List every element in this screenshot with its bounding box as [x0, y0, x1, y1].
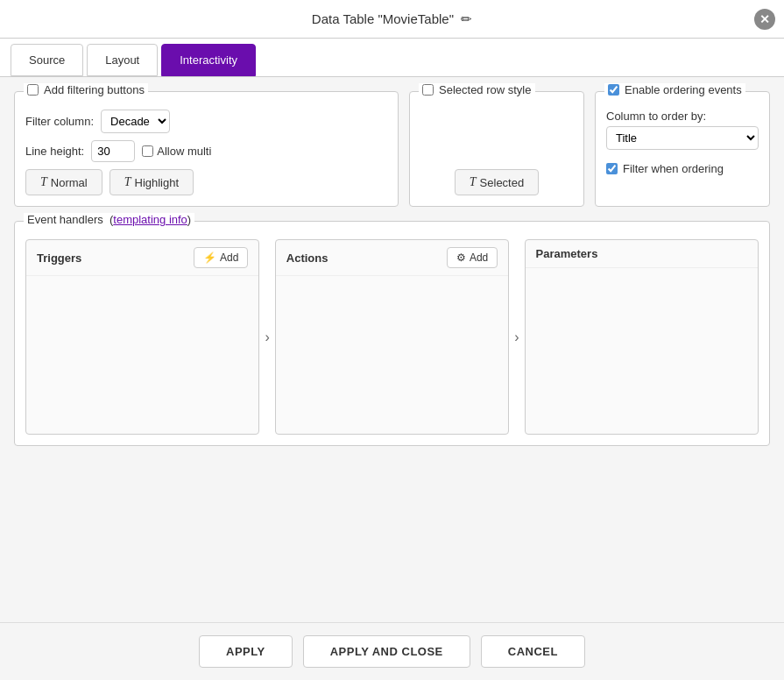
dialog-title: Data Table "MovieTable" ✏ — [312, 11, 472, 27]
parameters-body — [526, 268, 758, 426]
line-height-label: Line height: — [25, 145, 84, 158]
triggers-title: Triggers — [37, 251, 81, 265]
triggers-arrow: › — [259, 329, 274, 345]
cancel-button[interactable]: CANCEL — [481, 635, 585, 668]
parameters-header: Parameters — [526, 240, 758, 268]
tab-interactivity[interactable]: Interactivity — [161, 44, 256, 76]
apply-button[interactable]: APPLY — [199, 635, 293, 668]
tab-bar: Source Layout Interactivity — [0, 39, 784, 77]
highlight-style-button[interactable]: T Highlight — [109, 169, 194, 195]
t-icon-normal: T — [40, 175, 47, 189]
selected-panel: Selected row style T Selected — [409, 91, 584, 207]
add-filtering-checkbox[interactable] — [27, 84, 39, 96]
t-icon-highlight: T — [124, 175, 131, 189]
parameters-col: Parameters — [525, 239, 759, 435]
templating-info-link[interactable]: templating info — [113, 213, 187, 226]
filter-col-label: Filter column: — [25, 115, 94, 128]
enable-ordering-checkbox[interactable] — [608, 84, 619, 96]
style-buttons: T Normal T Highlight — [25, 169, 387, 195]
actions-title: Actions — [286, 251, 328, 265]
filter-when-ordering-checkbox[interactable] — [606, 163, 618, 174]
add-action-icon: ⚙ — [456, 251, 466, 264]
filter-col-row: Filter column: Decade — [25, 110, 387, 133]
line-height-input[interactable] — [91, 140, 135, 162]
normal-style-button[interactable]: T Normal — [25, 169, 102, 195]
filter-panel: Add filtering buttons Filter column: Dec… — [14, 91, 399, 207]
panels-row: Add filtering buttons Filter column: Dec… — [14, 91, 770, 207]
main-content: Add filtering buttons Filter column: Dec… — [0, 77, 784, 622]
add-trigger-icon: ⚡ — [203, 251, 216, 264]
triggers-header: Triggers ⚡ Add — [26, 240, 258, 276]
ordering-legend: Enable ordering events — [604, 83, 745, 96]
add-action-button[interactable]: ⚙ Add — [447, 247, 498, 268]
parameters-title: Parameters — [536, 247, 598, 260]
selected-legend: Selected row style — [419, 83, 535, 96]
filter-ordering-row: Filter when ordering — [606, 162, 759, 175]
title-bar: Data Table "MovieTable" ✏ ✕ — [0, 0, 784, 39]
event-handlers-panel: Event handlers (templating info) Trigger… — [14, 221, 770, 446]
actions-body — [276, 276, 508, 434]
col-to-order-select[interactable]: Title Year Decade Genre — [606, 126, 759, 150]
footer: APPLY APPLY AND CLOSE CANCEL — [0, 622, 784, 680]
filter-legend: Add filtering buttons — [24, 83, 148, 96]
triggers-col: Triggers ⚡ Add — [25, 239, 259, 435]
selected-row-style-checkbox[interactable] — [422, 84, 434, 96]
allow-multi-label: Allow multi — [142, 145, 211, 158]
line-height-row: Line height: Allow multi — [25, 140, 387, 162]
filter-col-select[interactable]: Decade — [101, 110, 170, 133]
actions-arrow: › — [509, 329, 524, 345]
allow-multi-checkbox[interactable] — [142, 145, 153, 157]
actions-col: Actions ⚙ Add — [275, 239, 509, 435]
edit-icon[interactable]: ✏ — [461, 11, 472, 26]
ordering-panel: Enable ordering events Column to order b… — [595, 91, 770, 207]
add-trigger-button[interactable]: ⚡ Add — [194, 247, 248, 268]
triggers-body — [26, 276, 258, 434]
tab-layout[interactable]: Layout — [87, 44, 158, 76]
selected-style-button[interactable]: T Selected — [455, 169, 539, 195]
actions-header: Actions ⚙ Add — [276, 240, 508, 276]
event-cols: Triggers ⚡ Add › Actions ⚙ Add — [25, 239, 759, 435]
event-handlers-legend: Event handlers (templating info) — [24, 213, 194, 226]
col-to-order-label: Column to order by: — [606, 110, 759, 123]
close-button[interactable]: ✕ — [754, 9, 775, 30]
apply-close-button[interactable]: APPLY AND CLOSE — [303, 635, 470, 668]
tab-source[interactable]: Source — [11, 44, 83, 76]
t-icon-selected: T — [470, 175, 477, 189]
